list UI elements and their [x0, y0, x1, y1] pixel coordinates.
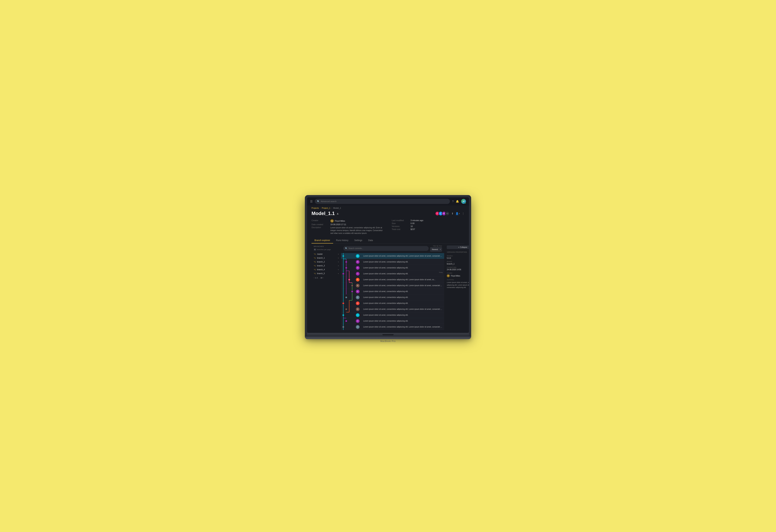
branch-item-3[interactable]: ⌥ branch_3 ▾: [312, 264, 341, 268]
commit-row-8[interactable]: F Lorem ipsum dolor sit amet, consectetu…: [341, 294, 444, 300]
per-page-num: 6: [314, 248, 316, 251]
commit-text-2: Lorem ipsum dolor sit amet, consectetur …: [361, 261, 444, 263]
avatar-count: +2: [445, 211, 449, 216]
branch-icon-1: ⌥: [314, 257, 316, 259]
menu-icon[interactable]: ☰: [310, 200, 313, 203]
filter-select[interactable]: Newest Oldest: [430, 247, 442, 252]
search-bar[interactable]: 🔍: [315, 199, 450, 204]
commit-avatar-8: F: [356, 296, 360, 299]
commit-row-5[interactable]: D Lorem ipsum dolor sit amet, consectetu…: [341, 277, 444, 283]
commit-avatar-12: B: [356, 319, 360, 323]
date-created-value: 19.08.2020 17:11: [330, 223, 346, 226]
prop-created-date: Created date 24.08.2020 14:56: [447, 266, 469, 271]
commit-row-2[interactable]: B Lorem ipsum dolor sit amet, consectetu…: [341, 259, 444, 265]
branch-icon-4: ⌥: [314, 269, 316, 271]
laptop-bottom: [305, 336, 471, 339]
commit-row-13[interactable]: J Lorem ipsum dolor sit amet, consectetu…: [341, 324, 444, 330]
bell-icon[interactable]: 🔔: [456, 200, 459, 203]
commit-avatar-4: C: [356, 272, 360, 276]
branch-name-5: branch_5: [317, 272, 325, 274]
total-cost-row: Total cost $237: [392, 228, 464, 230]
last-modified-value: 3 minutes ago: [411, 219, 423, 222]
last-modified-row: Last modified 3 minutes ago: [392, 219, 464, 222]
commit-text-4: Lorem ipsum dolor sit amet, consectetur …: [361, 273, 444, 275]
creator-label: Creator: [312, 219, 328, 222]
tab-settings[interactable]: Settings: [351, 238, 365, 243]
next-page-btn[interactable]: ›: [323, 277, 324, 279]
page-1[interactable]: 1: [315, 277, 316, 279]
commit-row-3[interactable]: B Lorem ipsum dolor sit amet, consectetu…: [341, 265, 444, 271]
top-bar: ☰ 🔍 ? 🔔 JP: [307, 197, 469, 205]
tab-runs-history[interactable]: Runs history: [333, 238, 351, 243]
page-2[interactable]: 2: [317, 277, 318, 279]
last-modified-label: Last modified: [392, 219, 408, 222]
commit-row-1[interactable]: A Lorem ipsum dolor sit amet, consectetu…: [341, 253, 444, 259]
size-label: Size: [392, 222, 408, 224]
commit-text-9: Lorem ipsum dolor sit amet, consectetur …: [361, 302, 444, 304]
commit-text-3: Lorem ipsum dolor sit amet, consectetur …: [361, 267, 444, 269]
tabs-bar: Branch explorer Runs history Settings Da…: [312, 238, 464, 244]
branch-item-2[interactable]: ⌥ branch_2 ▾: [312, 260, 341, 264]
prop-branch: Branch branch_1: [447, 261, 469, 265]
branch-item-1[interactable]: ⌥ branch_1 ▾: [312, 256, 341, 260]
commit-row-6[interactable]: E Lorem ipsum dolor sit amet, consectetu…: [341, 283, 444, 289]
creator-row: Creator FM Floyd Miles: [312, 219, 384, 223]
size-row: Size 0.00: [392, 222, 464, 224]
search-commits-input[interactable]: [349, 247, 427, 249]
breadcrumb-projects[interactable]: Projects: [312, 207, 319, 209]
model-expand-icon[interactable]: ▲: [336, 212, 339, 215]
tab-data[interactable]: Data: [365, 238, 376, 243]
commit-row-9[interactable]: G Lorem ipsum dolor sit amet, consectetu…: [341, 300, 444, 306]
per-page-label: branches per page: [317, 249, 331, 251]
help-icon[interactable]: ?: [452, 200, 453, 203]
commit-avatar-11: I: [356, 313, 360, 317]
search-input[interactable]: [321, 200, 448, 203]
branch-item-5[interactable]: ⌥ branch_5 ▾: [312, 272, 341, 275]
collapse-button[interactable]: » Collapse: [447, 246, 469, 249]
commit-avatar-7: B: [356, 290, 360, 293]
branch-item-4[interactable]: ⌥ branch_4 ▾: [312, 268, 341, 272]
page-10[interactable]: 10: [321, 277, 323, 279]
commit-toolbar: 🔍 Filter By Time Newest Oldest: [341, 244, 444, 253]
filter-group: Filter By Time Newest Oldest: [430, 245, 442, 252]
search-commits-bar[interactable]: 🔍: [343, 246, 429, 251]
description-text: Lorem ipsum dolor sit amet, consectetur …: [330, 226, 384, 235]
commit-row-7[interactable]: B Lorem ipsum dolor sit amet, consectetu…: [341, 289, 444, 294]
share-button[interactable]: ⬆: [451, 212, 453, 215]
prop-iteration: Iteration 5.0.0: [447, 255, 469, 259]
version-panel: » Collapse VERSION PROPERTIES Iteration …: [444, 244, 469, 330]
commit-text-1: Lorem ipsum dolor sit amet, consectetur …: [361, 255, 444, 257]
branch-explorer: BRANCHES 6 branches per page ⌥ master ▾: [312, 244, 464, 330]
branches-header: BRANCHES: [312, 246, 341, 248]
top-icons: ? 🔔 JP: [452, 199, 466, 204]
breadcrumb-project1[interactable]: Project_1: [322, 207, 330, 209]
total-cost-label: Total cost: [392, 228, 408, 230]
branch-icon-5: ⌥: [314, 272, 316, 274]
branch-chevron-2: ▾: [338, 261, 339, 263]
screen: ☰ 🔍 ? 🔔 JP Projects › Projec: [307, 197, 469, 333]
commit-text-11: Lorem ipsum dolor sit amet, consectetur …: [361, 314, 444, 316]
commit-avatar-3: B: [356, 266, 360, 270]
tab-branch-explorer[interactable]: Branch explorer: [312, 238, 333, 243]
commit-avatar-2: B: [356, 260, 360, 264]
size-value: 0.00: [411, 222, 414, 224]
user-avatar[interactable]: JP: [461, 199, 466, 204]
branch-item-master[interactable]: ⌥ master ▾: [312, 252, 341, 256]
commit-avatar-10: H: [356, 307, 360, 311]
more-options-button[interactable]: ⋮: [462, 212, 464, 215]
versions-value: 10: [411, 225, 413, 227]
branch-name-master: master: [317, 253, 323, 255]
add-user-button[interactable]: 👤+: [455, 212, 460, 215]
prev-page-btn[interactable]: ‹: [314, 277, 314, 279]
model-actions: F J M +2 ⬆ 👤+ ⋮: [435, 211, 464, 216]
branch-chevron-4: ▾: [338, 269, 339, 271]
commit-text-12: Lorem ipsum dolor sit amet, consectetur …: [361, 320, 444, 322]
commit-text-5: Lorem ipsum dolor sit amet, consectetur …: [361, 279, 444, 281]
commit-row-11[interactable]: I Lorem ipsum dolor sit amet, consectetu…: [341, 312, 444, 318]
commit-row-12[interactable]: B Lorem ipsum dolor sit amet, consectetu…: [341, 318, 444, 324]
branch-chevron-master: ▾: [338, 253, 339, 255]
model-title: Model_1.1: [312, 211, 335, 216]
branches-pagination: ‹ 1 2 ... 10 ›: [312, 275, 341, 280]
commit-row-4[interactable]: C Lorem ipsum dolor sit amet, consectetu…: [341, 271, 444, 277]
commit-row-10[interactable]: H Lorem ipsum dolor sit amet, consectetu…: [341, 306, 444, 312]
